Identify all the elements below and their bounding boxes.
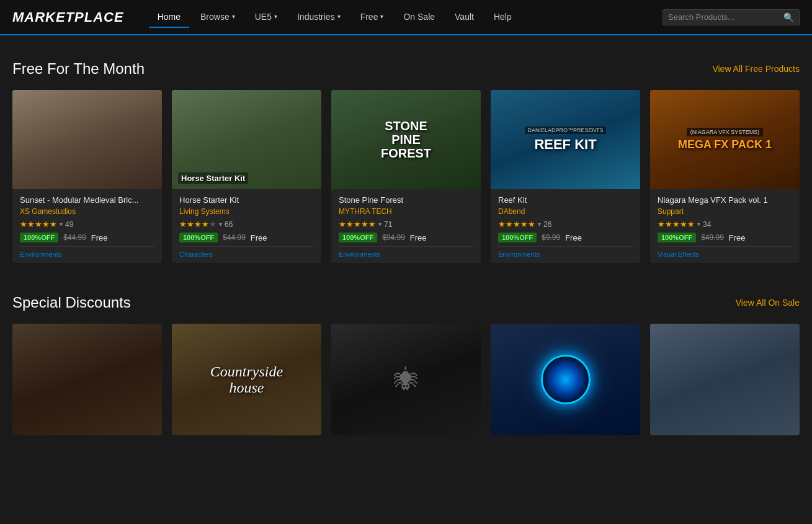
final-price: Free bbox=[251, 233, 267, 242]
product-price: 100%OFF $44.99 Free bbox=[20, 233, 154, 242]
product-name: Horse Starter Kit bbox=[179, 195, 314, 205]
product-image bbox=[12, 90, 162, 189]
view-all-free-link[interactable]: View All Free Products bbox=[712, 64, 800, 74]
product-category[interactable]: Environments bbox=[339, 246, 473, 258]
product-image bbox=[491, 324, 640, 435]
original-price: $49.99 bbox=[701, 233, 724, 242]
product-image bbox=[12, 324, 162, 435]
product-name: Reef Kit bbox=[498, 195, 633, 205]
product-rating: ★★★★★ ▾ 71 bbox=[339, 220, 473, 229]
nav-vault[interactable]: Vault bbox=[446, 7, 483, 28]
product-rating: ★★★★★ ▾ 34 bbox=[658, 220, 792, 229]
product-card[interactable]: Sunset - Modular Medieval Bric... XS Gam… bbox=[12, 90, 162, 263]
free-products-grid: Sunset - Modular Medieval Bric... XS Gam… bbox=[12, 90, 800, 263]
nav-free[interactable]: Free ▾ bbox=[352, 7, 393, 28]
free-section: Free For The Month View All Free Product… bbox=[12, 60, 800, 263]
free-section-header: Free For The Month View All Free Product… bbox=[12, 60, 800, 78]
product-image bbox=[650, 324, 800, 435]
chevron-down-icon: ▾ bbox=[380, 13, 383, 20]
star-rating: ★★★★★ bbox=[339, 220, 376, 229]
product-price: 100%OFF $9.99 Free bbox=[498, 233, 633, 242]
product-category[interactable]: Environments bbox=[498, 246, 633, 258]
product-image: STONEPINEFOREST bbox=[331, 90, 481, 189]
review-count: 71 bbox=[384, 220, 392, 229]
star-rating: ★★★★★ bbox=[498, 220, 535, 229]
discount-badge: 100%OFF bbox=[179, 233, 218, 242]
product-card[interactable] bbox=[650, 324, 800, 435]
product-name: Niagara Mega VFX Pack vol. 1 bbox=[658, 195, 792, 205]
final-price: Free bbox=[410, 233, 427, 242]
chevron-down-icon: ▾ bbox=[274, 13, 277, 20]
product-card[interactable]: DANIELADPRO™PRESENTS REEF KIT Reef Kit D… bbox=[491, 90, 640, 263]
final-price: Free bbox=[565, 233, 582, 242]
search-button[interactable]: 🔍 bbox=[783, 12, 794, 22]
product-card[interactable]: Horse Starter Kit Horse Starter Kit Livi… bbox=[172, 90, 321, 263]
product-card[interactable] bbox=[12, 324, 162, 435]
review-count: 49 bbox=[65, 220, 73, 229]
product-author: Suppart bbox=[658, 207, 792, 216]
nav-industries[interactable]: Industries ▾ bbox=[288, 7, 349, 28]
review-count: 66 bbox=[225, 220, 233, 229]
product-card[interactable] bbox=[491, 324, 640, 435]
discount-badge: 100%OFF bbox=[498, 233, 537, 242]
view-all-sale-link[interactable]: View All On Sale bbox=[736, 298, 800, 308]
product-category[interactable]: Visual Effects bbox=[658, 246, 792, 258]
product-category[interactable]: Characters bbox=[179, 246, 314, 258]
product-card[interactable]: STONEPINEFOREST Stone Pine Forest MYTHRA… bbox=[331, 90, 481, 263]
chevron-down-icon: ▾ bbox=[232, 13, 235, 20]
discounts-section-header: Special Discounts View All On Sale bbox=[12, 294, 800, 311]
product-rating: ★★★★★ ▾ 66 bbox=[179, 220, 314, 229]
nav-on-sale[interactable]: On Sale bbox=[395, 7, 444, 28]
final-price: Free bbox=[91, 233, 108, 242]
nav-browse[interactable]: Browse ▾ bbox=[192, 7, 244, 28]
product-author: DAbend bbox=[498, 207, 633, 216]
product-price: 100%OFF $44.99 Free bbox=[179, 233, 314, 242]
review-count: 26 bbox=[543, 220, 551, 229]
search-input[interactable] bbox=[668, 12, 780, 22]
star-rating: ★★★★★ bbox=[179, 220, 216, 229]
discounts-section-title: Special Discounts bbox=[12, 294, 131, 311]
product-card-body: Sunset - Modular Medieval Bric... XS Gam… bbox=[12, 189, 162, 263]
star-rating: ★★★★★ bbox=[20, 220, 57, 229]
product-rating: ★★★★★ ▾ 26 bbox=[498, 220, 633, 229]
discounts-products-grid: Countrysidehouse 🕷 bbox=[12, 324, 800, 435]
product-card-body: Horse Starter Kit Living Systems ★★★★★ ▾… bbox=[172, 189, 321, 263]
free-section-title: Free For The Month bbox=[12, 60, 145, 78]
product-author: MYTHRA TECH bbox=[339, 207, 473, 216]
nav-help[interactable]: Help bbox=[485, 7, 520, 28]
product-category[interactable]: Environments bbox=[20, 246, 154, 258]
discount-badge: 100%OFF bbox=[20, 233, 58, 242]
product-image: DANIELADPRO™PRESENTS REEF KIT bbox=[491, 90, 640, 189]
review-count: 34 bbox=[703, 220, 711, 229]
product-price: 100%OFF $94.99 Free bbox=[339, 233, 473, 242]
final-price: Free bbox=[729, 233, 746, 242]
product-image: (NIAGARA VFX SYSTEMS) MEGA FX PACK 1 bbox=[650, 90, 800, 189]
product-image: Countrysidehouse bbox=[172, 324, 321, 435]
product-author: Living Systems bbox=[179, 207, 314, 216]
product-price: 100%OFF $49.99 Free bbox=[658, 233, 792, 242]
discounts-section: Special Discounts View All On Sale Count… bbox=[12, 294, 800, 435]
search-bar: 🔍 bbox=[663, 9, 800, 25]
brand-logo[interactable]: MARKETPLACE bbox=[12, 9, 124, 25]
original-price: $44.99 bbox=[63, 233, 86, 242]
original-price: $94.99 bbox=[382, 233, 405, 242]
product-image: 🕷 bbox=[331, 324, 481, 435]
original-price: $9.99 bbox=[542, 233, 560, 242]
nav-home[interactable]: Home bbox=[149, 7, 189, 28]
discount-badge: 100%OFF bbox=[658, 233, 696, 242]
product-name: Sunset - Modular Medieval Bric... bbox=[20, 195, 154, 205]
product-author: XS Gamestudios bbox=[20, 207, 154, 216]
product-card[interactable]: Countrysidehouse bbox=[172, 324, 321, 435]
chevron-down-icon: ▾ bbox=[337, 13, 341, 20]
star-rating: ★★★★★ bbox=[658, 220, 695, 229]
product-card[interactable]: 🕷 bbox=[331, 324, 481, 435]
product-card[interactable]: (NIAGARA VFX SYSTEMS) MEGA FX PACK 1 Nia… bbox=[650, 90, 800, 263]
nav-links: Home Browse ▾ UE5 ▾ Industries ▾ Free ▾ … bbox=[149, 7, 663, 28]
nav-ue5[interactable]: UE5 ▾ bbox=[246, 7, 286, 28]
discount-badge: 100%OFF bbox=[339, 233, 377, 242]
product-name: Stone Pine Forest bbox=[339, 195, 473, 205]
product-card-body: Reef Kit DAbend ★★★★★ ▾ 26 100%OFF $9.99… bbox=[491, 189, 640, 263]
product-card-body: Stone Pine Forest MYTHRA TECH ★★★★★ ▾ 71… bbox=[331, 189, 481, 263]
product-rating: ★★★★★ ▾ 49 bbox=[20, 220, 154, 229]
original-price: $44.99 bbox=[223, 233, 246, 242]
